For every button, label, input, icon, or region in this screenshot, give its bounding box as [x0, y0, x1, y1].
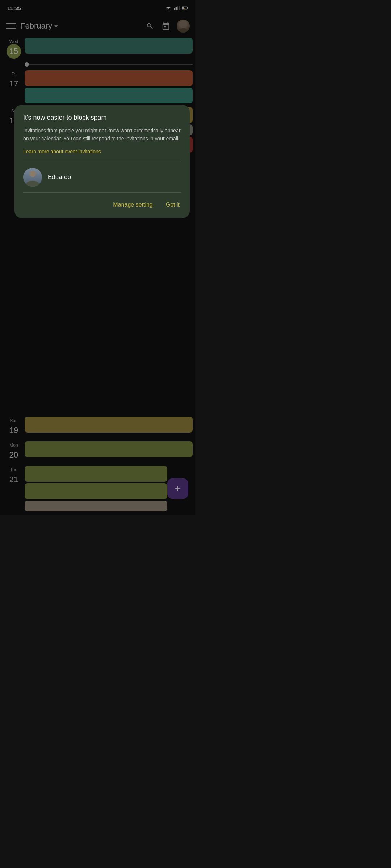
modal-divider-top — [23, 162, 181, 162]
spam-modal: It's now easier to block spam Invitation… — [14, 105, 190, 218]
modal-overlay — [0, 0, 196, 515]
modal-learn-more-link[interactable]: Learn more about event invitations — [23, 149, 181, 154]
modal-title: It's now easier to block spam — [23, 114, 181, 122]
manage-setting-button[interactable]: Manage setting — [112, 199, 154, 211]
modal-divider-bottom — [23, 192, 181, 193]
got-it-button[interactable]: Got it — [164, 199, 181, 211]
modal-user-row: Eduardo — [23, 168, 181, 187]
modal-body: Invitations from people you might not kn… — [23, 127, 181, 142]
modal-avatar — [23, 168, 42, 187]
modal-username: Eduardo — [48, 174, 71, 181]
modal-actions: Manage setting Got it — [23, 199, 181, 211]
